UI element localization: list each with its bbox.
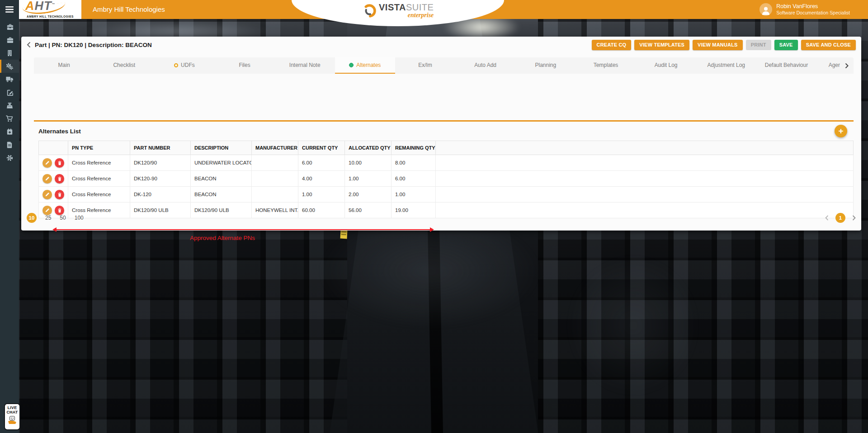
add-alternate-button[interactable]: + <box>835 125 847 137</box>
sidebar-item-shipping[interactable] <box>0 73 19 86</box>
page-size-100[interactable]: 100 <box>75 215 84 221</box>
annotation-label: Approved Alternate PNs <box>190 235 255 241</box>
alternates-section-header: Alternates List + <box>34 122 854 141</box>
gears-icon <box>5 62 14 71</box>
user-name: Robin VanFlores <box>776 3 850 10</box>
col-current-qty: CURRENT QTY <box>298 141 345 155</box>
aht-logo[interactable]: AHT™ AMBRY HILL TECHNOLOGIES <box>19 0 81 19</box>
sidebar: LIVE CHAT <box>0 0 19 433</box>
sidebar-item-settings[interactable] <box>0 151 19 165</box>
live-chat-label-line2: CHAT <box>6 410 18 414</box>
view-templates-button[interactable]: VIEW TEMPLATES <box>634 40 689 50</box>
tab-default-behaviour[interactable]: Default Behaviour <box>756 57 816 74</box>
app-header: AHT™ AMBRY HILL TECHNOLOGIES Ambry Hill … <box>19 0 868 19</box>
tab-checklist[interactable]: Checklist <box>94 57 154 74</box>
app-screen: LIVE CHAT AHT™ AMBRY HILL TECHNOLOGIES A… <box>0 0 868 433</box>
col-manufacturer: MANUFACTURER <box>252 141 298 155</box>
sidebar-item-briefcase[interactable] <box>0 33 19 47</box>
sidebar-item-quotes[interactable] <box>0 86 19 99</box>
col-remaining-qty: REMAINING QTY <box>392 141 436 155</box>
vistasuite-logo: VISTASUITE enterprise <box>362 3 434 21</box>
live-chat-label-line1: LIVE <box>8 405 17 410</box>
calendar-plus-icon <box>6 128 14 136</box>
cash-register-icon <box>6 102 14 109</box>
tab-alternates[interactable]: Alternates <box>335 57 395 74</box>
page-size-10-selected[interactable]: 10 <box>27 213 37 223</box>
sidebar-item-scheduling[interactable] <box>0 125 19 138</box>
sidebar-item-building[interactable] <box>0 47 19 60</box>
table-row[interactable]: Cross Reference DK120/90 UNDERWATER LOCA… <box>39 155 854 171</box>
tab-templates[interactable]: Templates <box>576 57 636 74</box>
document-icon <box>6 141 13 149</box>
view-manuals-button[interactable]: VIEW MANUALS <box>693 40 743 50</box>
sidebar-item-purchasing[interactable] <box>0 112 19 125</box>
hamburger-menu-icon[interactable] <box>0 0 19 19</box>
yellow-sticky-note <box>340 230 347 239</box>
current-page-indicator[interactable]: 1 <box>835 213 845 223</box>
chat-robot-icon <box>7 414 17 426</box>
delete-row-button[interactable] <box>55 174 64 184</box>
brand-edition: enterprise <box>408 11 434 20</box>
building-icon <box>6 49 14 57</box>
aht-logo-letters: AHT™ <box>25 0 56 13</box>
col-part-number: PART NUMBER <box>130 141 191 155</box>
user-role: Software Documentation Specialist <box>776 10 850 16</box>
alternates-table: PN TYPE PART NUMBER DESCRIPTION MANUFACT… <box>38 141 854 218</box>
page-size-selector: 10 25 50 100 <box>27 213 84 223</box>
sidebar-item-parts[interactable] <box>0 60 19 73</box>
col-pn-type: PN TYPE <box>68 141 130 155</box>
actions-column-header <box>39 141 68 155</box>
create-cq-button[interactable]: CREATE CQ <box>592 40 632 50</box>
tab-planning[interactable]: Planning <box>515 57 576 74</box>
next-page-icon[interactable] <box>852 215 856 221</box>
col-allocated-qty: ALLOCATED QTY <box>345 141 392 155</box>
user-menu[interactable]: Robin VanFlores Software Documentation S… <box>760 0 850 19</box>
tab-main[interactable]: Main <box>34 57 94 74</box>
section-title: Alternates List <box>38 128 81 135</box>
annotation-double-arrow <box>53 229 433 230</box>
delete-row-button[interactable] <box>55 190 64 199</box>
user-avatar-icon <box>760 3 772 16</box>
save-and-close-button[interactable]: SAVE AND CLOSE <box>801 40 856 50</box>
shopping-cart-icon <box>5 115 14 122</box>
tabs-overflow-chevron-icon[interactable] <box>840 57 854 74</box>
edit-row-button[interactable] <box>42 158 52 168</box>
edit-row-button[interactable] <box>42 190 52 199</box>
save-button[interactable]: SAVE <box>774 40 798 50</box>
sidebar-item-sales[interactable] <box>0 99 19 112</box>
pagination-bar: 10 25 50 100 1 <box>27 212 856 223</box>
tab-audit-log[interactable]: Audit Log <box>636 57 696 74</box>
page-navigation: 1 <box>825 213 856 223</box>
tab-auto-add[interactable]: Auto Add <box>455 57 515 74</box>
shelf-glow <box>565 253 701 398</box>
truck-icon <box>5 76 14 83</box>
back-button[interactable] <box>27 42 31 48</box>
sidebar-nav <box>0 19 19 165</box>
tab-adjustment-log[interactable]: Adjustment Log <box>696 57 756 74</box>
page-size-25[interactable]: 25 <box>45 215 51 221</box>
edit-note-icon <box>6 89 14 96</box>
tab-exim[interactable]: Ex/Im <box>395 57 455 74</box>
print-button[interactable]: PRINT <box>746 40 771 50</box>
toolbox-icon <box>6 23 14 31</box>
tab-internal-note[interactable]: Internal Note <box>275 57 335 74</box>
sidebar-item-reports[interactable] <box>0 138 19 151</box>
briefcase-icon <box>6 36 14 44</box>
page-size-50[interactable]: 50 <box>60 215 66 221</box>
action-buttons: CREATE CQ VIEW TEMPLATES VIEW MANUALS PR… <box>592 40 856 50</box>
filler-column-header <box>436 141 854 155</box>
table-row[interactable]: Cross Reference DK-120 BEACON 1.00 2.00 … <box>39 187 854 202</box>
edit-row-button[interactable] <box>42 174 52 184</box>
table-header-row: PN TYPE PART NUMBER DESCRIPTION MANUFACT… <box>39 141 854 155</box>
table-row[interactable]: Cross Reference DK120-90 BEACON 4.00 1.0… <box>39 171 854 187</box>
delete-row-button[interactable] <box>55 158 64 168</box>
udfs-status-dot <box>174 63 178 67</box>
vistasuite-swirl-icon <box>362 3 377 21</box>
tab-files[interactable]: Files <box>214 57 274 74</box>
sidebar-item-toolbox[interactable] <box>0 20 19 33</box>
tab-ager[interactable]: Ager <box>816 57 840 74</box>
live-chat-widget[interactable]: LIVE CHAT <box>4 403 20 430</box>
card-titlebar: Part | PN: DK120 | Description: BEACON C… <box>21 37 861 53</box>
previous-page-icon[interactable] <box>825 215 829 221</box>
tab-udfs[interactable]: UDFs <box>154 57 214 74</box>
